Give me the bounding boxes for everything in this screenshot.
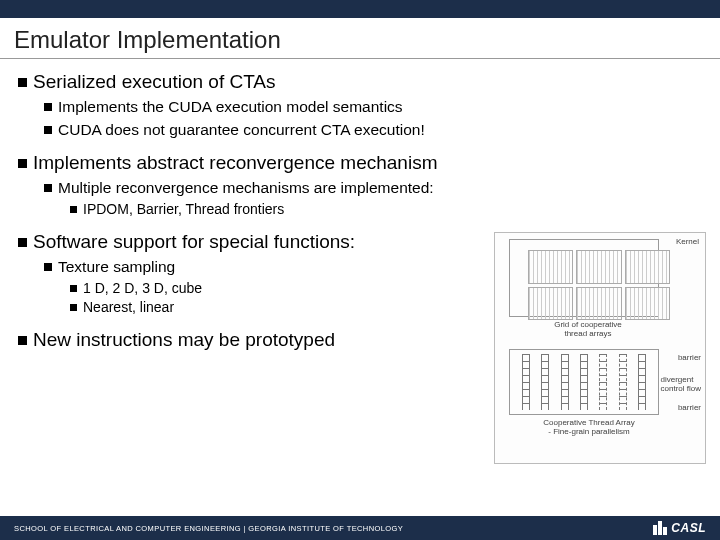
bullet-level2: Multiple reconvergence mechanisms are im… xyxy=(44,178,702,199)
bullet-text: New instructions may be prototyped xyxy=(33,329,335,350)
kernel-box xyxy=(509,239,659,317)
logo-bar-icon xyxy=(658,521,662,535)
kernel-label: Kernel xyxy=(676,237,699,246)
bullet-text: Texture sampling xyxy=(58,258,175,275)
cta-cell xyxy=(528,287,573,321)
bullet-level3: IPDOM, Barrier, Thread frontiers xyxy=(70,200,702,219)
bullet-icon xyxy=(44,103,52,111)
thread-icon xyxy=(522,354,530,410)
casl-logo: CASL xyxy=(653,521,706,535)
bullet-icon xyxy=(70,304,77,311)
bullet-level1: Serialized execution of CTAs xyxy=(18,69,702,95)
bullet-text: Software support for special functions: xyxy=(33,231,355,252)
logo-bar-icon xyxy=(653,525,657,535)
bullet-text: Serialized execution of CTAs xyxy=(33,71,276,92)
bullet-text: IPDOM, Barrier, Thread frontiers xyxy=(83,201,284,217)
logo-text: CASL xyxy=(671,521,706,535)
bullet-text: 1 D, 2 D, 3 D, cube xyxy=(83,280,202,296)
title-divider xyxy=(0,58,720,59)
slide-title: Emulator Implementation xyxy=(0,18,720,58)
grid-caption: Grid of cooperative thread arrays xyxy=(513,321,663,339)
divergent-label: divergent control flow xyxy=(661,375,701,393)
cta-cell xyxy=(528,250,573,284)
bullet-icon xyxy=(44,263,52,271)
thread-icon xyxy=(638,354,646,410)
cta-cell xyxy=(625,250,670,284)
thread-icon xyxy=(561,354,569,410)
bullet-text: Implements the CUDA execution model sema… xyxy=(58,98,403,115)
bullet-icon xyxy=(44,184,52,192)
bullet-text: Implements abstract reconvergence mechan… xyxy=(33,152,437,173)
bullet-icon xyxy=(18,336,27,345)
thread-icon xyxy=(580,354,588,410)
thread-icon xyxy=(541,354,549,410)
header-bar xyxy=(0,0,720,18)
logo-bar-icon xyxy=(663,527,667,535)
bullet-icon xyxy=(70,206,77,213)
bullet-text: Multiple reconvergence mechanisms are im… xyxy=(58,179,434,196)
cta-detail-box xyxy=(509,349,659,415)
bullet-icon xyxy=(70,285,77,292)
bullet-icon xyxy=(18,238,27,247)
bullet-level1: Implements abstract reconvergence mechan… xyxy=(18,150,702,176)
bullet-icon xyxy=(18,159,27,168)
cta-grid xyxy=(528,250,670,320)
cuda-diagram: Kernel Grid of cooperative thread arrays… xyxy=(494,232,706,464)
thread-icon xyxy=(599,354,607,410)
bullet-icon xyxy=(18,78,27,87)
bullet-text: Nearest, linear xyxy=(83,299,174,315)
cta-cell xyxy=(576,250,621,284)
bullet-text: CUDA does not guarantee concurrent CTA e… xyxy=(58,121,425,138)
bullet-level2: Implements the CUDA execution model sema… xyxy=(44,97,702,118)
cta-caption: Cooperative Thread Array - Fine-grain pa… xyxy=(509,419,669,437)
bullet-icon xyxy=(44,126,52,134)
footer-bar: SCHOOL OF ELECTRICAL AND COMPUTER ENGINE… xyxy=(0,516,720,540)
barrier-label: barrier xyxy=(678,353,701,362)
cta-cell xyxy=(625,287,670,321)
thread-icon xyxy=(619,354,627,410)
cta-cell xyxy=(576,287,621,321)
barrier-label: barrier xyxy=(678,403,701,412)
footer-affiliation: SCHOOL OF ELECTRICAL AND COMPUTER ENGINE… xyxy=(14,524,403,533)
bullet-level2: CUDA does not guarantee concurrent CTA e… xyxy=(44,120,702,141)
